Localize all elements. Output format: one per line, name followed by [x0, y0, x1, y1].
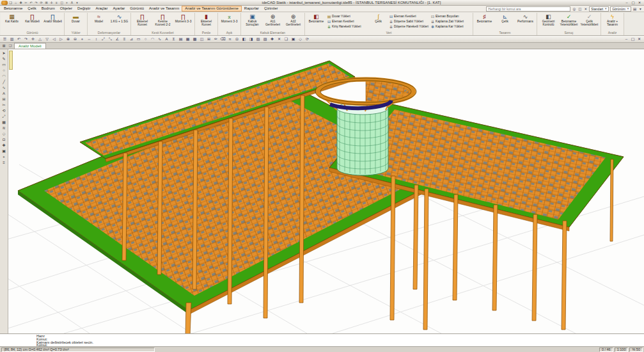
toolbar-icon-7[interactable]: ◁: [51, 36, 57, 42]
toolbar-icon-34[interactable]: ◧: [241, 36, 247, 42]
left-toolbar-icon-16[interactable]: ✚: [2, 143, 5, 148]
qat-icon-2[interactable]: ✚: [19, 1, 23, 5]
ribbon-button-kabuk-sonuçları[interactable]: ▣Kabuk Sonuçları: [242, 13, 262, 31]
menu-betonarme[interactable]: Betonarme: [1, 6, 25, 12]
toolbar-icon-21[interactable]: ◠: [150, 36, 155, 42]
left-toolbar-icon-14[interactable]: ◇: [3, 131, 6, 136]
menu-değiştir[interactable]: Değiştir: [75, 6, 93, 12]
qat-icon-8[interactable]: ✛: [49, 1, 54, 5]
ribbon-item-eleman-kesitleri[interactable]: ⊟Eleman Kesitleri: [327, 19, 368, 24]
left-toolbar-icon-0[interactable]: ➤: [2, 51, 5, 56]
left-toolbar-icon-13[interactable]: ≋: [2, 125, 5, 131]
left-toolbar-icon-5[interactable]: ╱: [3, 79, 5, 84]
qat-icon-9[interactable]: ≡: [54, 1, 59, 5]
toolbar-icon-20[interactable]: ○: [143, 36, 148, 42]
search-icon[interactable]: ◎: [572, 7, 576, 11]
ribbon-button-1kg-1sg[interactable]: ∿1.KG + 1.SG: [109, 13, 129, 31]
command-search-input[interactable]: [486, 6, 570, 12]
toolbar-icon-38[interactable]: ✚: [269, 36, 275, 42]
toolbar-icon-2[interactable]: ↶: [16, 36, 22, 42]
maximize-button[interactable]: ▢: [630, 0, 636, 5]
toolbar-icon-15[interactable]: ⤡: [107, 36, 113, 42]
ribbon-button-çelik[interactable]: ⊾Çelik: [495, 13, 515, 31]
toolbar-icon-3[interactable]: ↷: [23, 36, 29, 42]
left-toolbar-icon-12[interactable]: ▦: [2, 120, 6, 125]
left-toolbar-icon-4[interactable]: ◠: [2, 74, 5, 79]
toolbar-icon-17[interactable]: ≡: [122, 36, 127, 42]
toolbar-icon-11[interactable]: ⌖: [79, 36, 85, 42]
qat-icon-13[interactable]: ▾: [75, 1, 79, 5]
toolbar-icon-13[interactable]: ↕: [93, 36, 99, 42]
toolbar-icon-23[interactable]: A: [164, 36, 169, 42]
menu-çizimler[interactable]: Çizimler: [262, 6, 281, 12]
ribbon-item-kaplama-kar-yükleri[interactable]: ✻Kaplama Kar Yükleri: [430, 24, 471, 29]
left-toolbar-icon-2[interactable]: ▭: [2, 62, 6, 67]
qat-icon-11[interactable]: ⌖: [65, 1, 69, 5]
left-toolbar-icon-17[interactable]: ▣: [2, 148, 6, 154]
toolbar-icon-8[interactable]: ▷: [58, 36, 64, 42]
ribbon-button-duvar[interactable]: ▬Duvar: [66, 13, 86, 31]
left-toolbar-icon-1[interactable]: ✎: [2, 56, 5, 61]
toolbar-icon-40[interactable]: ❏: [283, 36, 289, 42]
toolbar-icon-33[interactable]: Ω: [234, 36, 240, 42]
toolbar-icon-32[interactable]: π: [227, 36, 233, 42]
toolbar-icon-41[interactable]: ▣: [290, 36, 296, 42]
toolbar-icon-0[interactable]: ☰: [2, 36, 8, 42]
left-toolbar-icon-8[interactable]: ⊞: [2, 97, 5, 102]
ribbon-item-eleman-kesitleri[interactable]: ⊟Eleman Kesitleri: [389, 14, 430, 19]
left-toolbar-icon-6[interactable]: ∿: [2, 85, 5, 90]
toolbar-icon-25[interactable]: ▤: [178, 36, 184, 42]
pin-icon[interactable]: ▾: [638, 7, 643, 11]
toolbar-icon-1[interactable]: ▥: [9, 36, 15, 42]
mdi-minimize-button[interactable]: –: [624, 36, 629, 42]
menu-analiz-ve-tasarım-görüntüleme[interactable]: Analiz ve Tasarım Görüntüleme: [182, 6, 242, 12]
ribbon-button-model[interactable]: ≈Model: [89, 13, 109, 31]
toolbar-icon-37[interactable]: ▨: [262, 36, 268, 42]
ribbon-button-a11-gerilmeleri[interactable]: ⊛A11 Gerilmeleri: [263, 13, 283, 31]
qat-icon-10[interactable]: ◫: [59, 1, 64, 5]
qat-icon-0[interactable]: ❏: [8, 1, 13, 5]
ribbon-button-analiz-tasarım[interactable]: ϟAnaliz + Tasarım: [602, 13, 622, 31]
clear-search-icon[interactable]: ✕: [583, 7, 588, 11]
ribbon-item-duvar-yükleri[interactable]: ▤Duvar Yükleri: [327, 14, 368, 19]
left-toolbar-icon-7[interactable]: A: [3, 91, 5, 96]
ribbon-button-geometri-kontrolü[interactable]: ◧Geometri Kontrolü: [538, 13, 558, 31]
qat-icon-7[interactable]: ⊞: [44, 1, 49, 5]
ribbon-button-performans[interactable]: ∿Performans: [515, 13, 535, 31]
menu-bodrum[interactable]: Bodrum: [39, 6, 58, 12]
toolbar-icon-24[interactable]: Σ: [171, 36, 177, 42]
left-toolbar-icon-18[interactable]: ⌖: [3, 154, 4, 159]
ribbon-button-kat-modeli[interactable]: ∏Kat Modeli: [22, 13, 42, 31]
ribbon-button-betonarme[interactable]: ◧Betonarme: [306, 13, 326, 31]
toolbar-icon-39[interactable]: ✕: [276, 36, 282, 42]
menu-ayarlar[interactable]: Ayarlar: [110, 6, 127, 12]
left-toolbar-icon-9[interactable]: ✂: [2, 102, 5, 108]
toolbar-icon-31[interactable]: ⌫: [220, 36, 226, 42]
qat-icon-6[interactable]: ⟳: [39, 1, 43, 5]
toolbar-icon-18[interactable]: ⊿: [129, 36, 134, 42]
ribbon-item-eleman-boyutları[interactable]: ⊡Eleman Boyutları: [430, 14, 471, 19]
menu-çelik[interactable]: Çelik: [25, 6, 38, 12]
ribbon-button-a22-gerilmeleri[interactable]: ⊛A22 Gerilmeleri: [283, 13, 303, 31]
ribbon-item-döşeme-hareketli-yükleri[interactable]: ⇊Döşeme Hareketli Yükleri: [389, 24, 430, 29]
left-toolbar-icon-19[interactable]: ≡: [3, 160, 5, 165]
ribbon-button-analiz-modeli[interactable]: ∏Analiz Modeli: [43, 13, 63, 31]
layers-icon[interactable]: ▤: [632, 7, 637, 11]
toolbar-icon-36[interactable]: ▧: [255, 36, 261, 42]
standard-dropdown[interactable]: Standart ▼: [589, 6, 609, 12]
left-toolbar-icon-3[interactable]: ○: [3, 68, 5, 73]
toolbar-icon-30[interactable]: ✏: [213, 36, 219, 42]
toolbar-icon-43[interactable]: ⟳: [304, 36, 310, 42]
menu-analiz-ve-tasarım[interactable]: Analiz ve Tasarım: [146, 6, 182, 12]
toolbar-icon-28[interactable]: ◫: [199, 36, 205, 42]
qat-icon-3[interactable]: ✂: [24, 1, 28, 5]
left-toolbar-icon-11[interactable]: ⤢: [3, 114, 6, 119]
toolbar-icon-4[interactable]: ✛: [30, 36, 36, 42]
toolbar-icon-12[interactable]: ↔: [86, 36, 92, 42]
menu-raporlar[interactable]: Raporlar: [242, 6, 262, 12]
close-button[interactable]: ✕: [636, 0, 643, 5]
ribbon-button-betonarme[interactable]: ♯Betonarme: [475, 13, 494, 31]
ribbon-button-çelik-yetersizlikleri[interactable]: ✓Çelik Yetersizlikleri: [579, 13, 599, 31]
toolbar-icon-29[interactable]: ⊞: [206, 36, 212, 42]
ribbon-item-kiriş-hareketli-yükleri[interactable]: ⇊Kiriş Hareketli Yükleri: [327, 24, 368, 29]
